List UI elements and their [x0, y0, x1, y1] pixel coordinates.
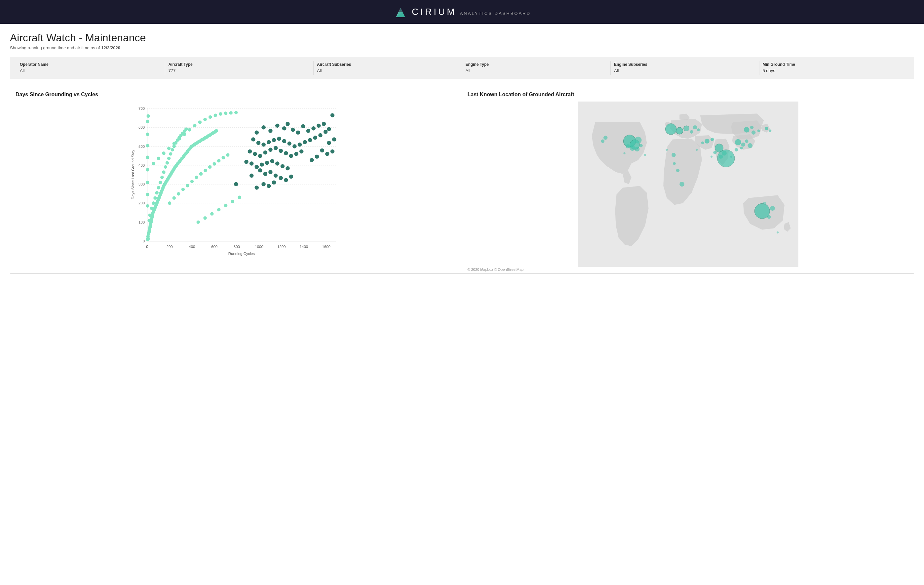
svg-point-132 — [146, 168, 149, 171]
svg-point-292 — [710, 156, 712, 158]
svg-point-189 — [327, 127, 331, 131]
filter-operator[interactable]: Operator Name All — [16, 61, 165, 75]
svg-point-251 — [690, 130, 693, 133]
svg-point-197 — [282, 139, 287, 144]
svg-point-190 — [330, 113, 335, 117]
svg-point-151 — [219, 112, 222, 116]
svg-point-168 — [226, 153, 229, 156]
filter-aircraft-type[interactable]: Aircraft Type 777 — [165, 61, 314, 75]
svg-point-147 — [198, 121, 201, 124]
svg-point-173 — [224, 204, 228, 207]
svg-point-176 — [255, 131, 259, 135]
svg-point-238 — [249, 174, 254, 178]
svg-point-130 — [146, 193, 149, 196]
svg-point-215 — [294, 152, 299, 156]
svg-point-186 — [311, 126, 315, 131]
svg-point-256 — [701, 142, 704, 144]
svg-point-288 — [680, 182, 685, 187]
svg-point-211 — [274, 146, 278, 150]
svg-point-227 — [263, 172, 268, 176]
svg-point-199 — [292, 144, 297, 149]
svg-point-225 — [285, 166, 290, 171]
map-footer: © 2020 Mapbox © OpenStreetMap — [468, 268, 524, 271]
subtitle-prefix: Showing running ground time and air time… — [10, 45, 101, 50]
filter-engine-type-value: All — [465, 68, 470, 73]
svg-point-280 — [630, 145, 635, 151]
svg-point-232 — [289, 175, 294, 179]
svg-point-178 — [268, 129, 273, 133]
svg-point-220 — [260, 162, 264, 167]
svg-point-154 — [234, 111, 238, 114]
svg-point-231 — [284, 178, 288, 182]
svg-point-158 — [182, 187, 185, 191]
svg-point-138 — [152, 162, 155, 165]
svg-point-254 — [705, 139, 710, 144]
svg-point-155 — [168, 202, 171, 205]
svg-point-137 — [147, 114, 150, 118]
svg-point-243 — [330, 149, 335, 154]
svg-text:700: 700 — [139, 106, 145, 111]
filter-aircraft-subseries[interactable]: Aircraft Subseries All — [314, 61, 462, 75]
svg-point-264 — [745, 140, 748, 143]
svg-point-118 — [167, 157, 170, 160]
filter-aircraft-subseries-label: Aircraft Subseries — [317, 62, 459, 67]
svg-point-188 — [322, 122, 326, 126]
svg-point-113 — [158, 181, 162, 184]
svg-point-183 — [296, 131, 300, 135]
svg-point-294 — [763, 202, 766, 204]
filter-operator-value: All — [20, 68, 25, 73]
filter-engine-subseries-label: Engine Subseries — [614, 62, 756, 67]
svg-point-229 — [274, 174, 278, 178]
map-panel: Last Known Location of Grounded Aircraft — [462, 86, 914, 273]
svg-point-201 — [303, 140, 307, 144]
filter-engine-type[interactable]: Engine Type All — [462, 61, 611, 75]
svg-point-244 — [327, 141, 331, 145]
svg-text:1000: 1000 — [255, 245, 263, 249]
svg-point-112 — [157, 186, 160, 189]
subtitle: Showing running ground time and air time… — [10, 45, 914, 50]
svg-point-281 — [625, 144, 630, 149]
svg-point-268 — [744, 127, 749, 132]
svg-point-297 — [623, 152, 625, 154]
svg-point-115 — [162, 170, 165, 174]
svg-point-223 — [275, 161, 280, 166]
page-content: Aircraft Watch - Maintenance Showing run… — [0, 24, 924, 281]
svg-point-108 — [150, 207, 153, 210]
svg-point-287 — [676, 169, 679, 172]
svg-point-177 — [261, 126, 266, 130]
svg-point-214 — [289, 154, 294, 158]
svg-point-148 — [203, 118, 206, 121]
tagline: ANALYTICS DASHBOARD — [460, 11, 531, 16]
svg-point-263 — [741, 142, 745, 147]
svg-point-202 — [308, 138, 312, 142]
svg-point-219 — [255, 165, 259, 169]
svg-point-249 — [676, 127, 683, 134]
filter-engine-subseries-value: All — [614, 68, 619, 73]
svg-point-286 — [672, 153, 676, 157]
svg-point-120 — [170, 148, 174, 152]
svg-point-161 — [195, 175, 198, 179]
svg-point-218 — [249, 161, 254, 166]
svg-point-267 — [734, 148, 738, 152]
svg-text:1600: 1600 — [322, 245, 330, 249]
svg-text:600: 600 — [139, 126, 145, 129]
filter-engine-subseries[interactable]: Engine Subseries All — [611, 61, 759, 75]
svg-point-234 — [261, 182, 266, 187]
filter-min-ground-time[interactable]: Min Ground Time 5 days — [759, 61, 908, 75]
svg-point-156 — [173, 196, 176, 199]
svg-point-195 — [272, 138, 276, 142]
svg-text:Days Since Last Ground Stay: Days Since Last Ground Stay — [131, 150, 135, 199]
svg-point-131 — [146, 181, 149, 184]
svg-point-116 — [164, 165, 167, 169]
svg-point-133 — [146, 156, 149, 159]
svg-text:1400: 1400 — [300, 245, 308, 249]
title-area: Aircraft Watch - Maintenance Showing run… — [10, 32, 914, 50]
x-axis: 0 0 200 400 600 800 1000 1200 1400 — [146, 245, 330, 249]
svg-point-279 — [635, 137, 642, 144]
scatter-panel: Days Since Grounding vs Cycles 700 600 5… — [10, 86, 462, 273]
svg-point-143 — [177, 137, 181, 140]
svg-point-160 — [190, 180, 194, 183]
svg-point-182 — [291, 128, 295, 132]
svg-point-136 — [146, 120, 149, 123]
svg-point-149 — [208, 116, 212, 119]
